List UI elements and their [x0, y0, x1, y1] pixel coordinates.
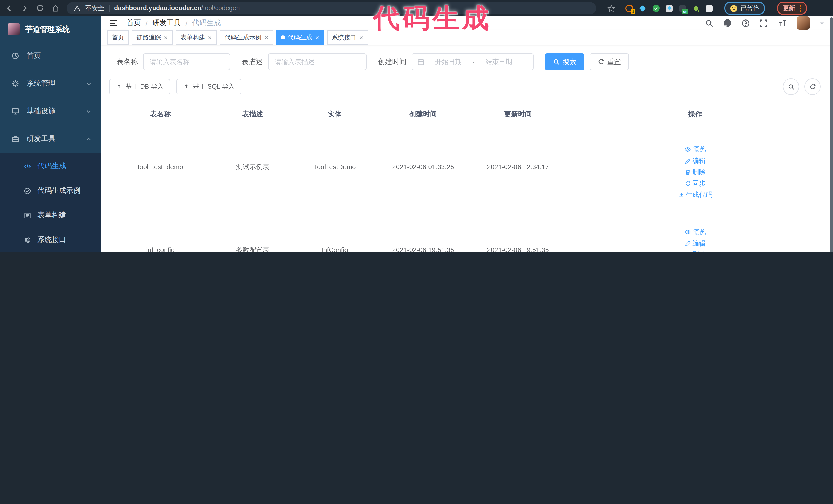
close-icon[interactable]	[315, 35, 319, 40]
sidebar-item-infrastructure[interactable]: 基础设施	[0, 97, 101, 125]
reset-button[interactable]: 重置	[590, 53, 629, 70]
back-icon[interactable]	[5, 4, 13, 12]
close-icon[interactable]	[359, 35, 363, 40]
breadcrumb: 首页 / 研发工具 / 代码生成	[127, 19, 221, 28]
breadcrumb-dev-tools: 研发工具	[152, 19, 181, 28]
url-host: dashboard.yudao.iocoder.cn	[114, 5, 201, 12]
table-header-row: 表名称 表描述 实体 创建时间 更新时间 操作	[109, 103, 825, 126]
profile-paused-badge[interactable]: 已暂停	[724, 2, 765, 15]
not-secure-warning-icon	[74, 5, 80, 11]
tab-tracing[interactable]: 链路追踪	[132, 30, 173, 45]
tab-codegen[interactable]: 代码生成	[276, 30, 324, 45]
extension-icon-6[interactable]	[692, 4, 700, 12]
github-icon[interactable]	[723, 19, 732, 28]
sidebar-item-label: 代码生成示例	[38, 186, 80, 195]
extension-icon-5[interactable]: on	[679, 4, 686, 12]
toggle-search-button[interactable]	[783, 78, 799, 95]
table-name-input[interactable]	[143, 53, 230, 70]
edit-link[interactable]: 编辑	[685, 238, 706, 249]
codegen-table: 表名称 表描述 实体 创建时间 更新时间 操作 tool_test_demo 测…	[109, 103, 825, 252]
screen: 不安全 dashboard.yudao.iocoder.cn/tool/code…	[0, 0, 833, 252]
import-sql-button[interactable]: 基于 SQL 导入	[176, 79, 241, 94]
start-date-input[interactable]	[428, 57, 470, 66]
sidebar-item-system-api[interactable]: 系统接口	[0, 227, 101, 252]
preview-link[interactable]: 预览	[684, 227, 706, 237]
end-date-input[interactable]	[478, 57, 520, 66]
download-icon	[678, 192, 684, 198]
cell-actions: 预览 编辑 删除 同步 生成代码	[565, 126, 825, 209]
search-icon	[553, 58, 560, 65]
app-logo-row[interactable]: 芋道管理系统	[0, 17, 101, 42]
refresh-table-button[interactable]	[804, 78, 821, 95]
sidebar-item-dev-tools[interactable]: 研发工具	[0, 125, 101, 153]
tab-codegen-example[interactable]: 代码生成示例	[220, 30, 273, 45]
avatar[interactable]	[796, 17, 810, 30]
create-time-label: 创建时间	[378, 57, 406, 66]
tab-label: 链路追踪	[136, 33, 161, 42]
url-path: /tool/codegen	[201, 5, 240, 12]
search-icon	[788, 83, 794, 90]
home-icon[interactable]	[51, 4, 60, 12]
table-row: inf_config 参数配置表 InfConfig 2021-02-06 19…	[109, 209, 825, 252]
import-db-label: 基于 DB 导入	[125, 82, 164, 91]
sidebar-item-codegen-example[interactable]: 代码生成示例	[0, 178, 101, 203]
annotation-title: 代码生成	[373, 1, 492, 37]
col-updated: 更新时间	[471, 103, 565, 126]
breadcrumb-separator: /	[146, 19, 148, 27]
sync-link[interactable]: 同步	[685, 178, 706, 188]
generate-code-link[interactable]: 生成代码	[678, 189, 712, 200]
close-icon[interactable]	[164, 35, 168, 40]
table-toolbar: 基于 DB 导入 基于 SQL 导入	[109, 78, 825, 95]
search-icon[interactable]	[705, 19, 714, 27]
extensions-cluster: 1 on	[625, 4, 713, 12]
extension-icon-4[interactable]	[665, 4, 673, 12]
tab-home[interactable]: 首页	[107, 30, 129, 45]
scrollbar[interactable]	[830, 17, 833, 252]
calendar-icon	[417, 58, 425, 65]
preview-link[interactable]: 预览	[684, 144, 706, 154]
page-content: 表名称 表描述 创建时间 -	[101, 45, 833, 252]
cell-table-desc: 参数配置表	[212, 209, 294, 252]
pencil-icon	[685, 240, 691, 247]
sidebar-item-system[interactable]: 系统管理	[0, 70, 101, 97]
extension-icon-2[interactable]	[639, 4, 646, 12]
extension-icon-1[interactable]: 1	[625, 4, 633, 12]
reload-icon[interactable]	[36, 4, 44, 12]
delete-link[interactable]: 删除	[685, 250, 706, 252]
search-button[interactable]: 搜索	[545, 53, 585, 70]
tab-system-api[interactable]: 系统接口	[327, 30, 368, 45]
extension-icon-7[interactable]	[705, 4, 713, 12]
breadcrumb-separator: /	[186, 19, 188, 27]
collapse-sidebar-icon[interactable]	[109, 19, 118, 28]
user-menu-caret-icon[interactable]	[819, 20, 825, 26]
breadcrumb-home[interactable]: 首页	[127, 19, 141, 28]
tab-form-builder[interactable]: 表单构建	[176, 30, 217, 45]
sidebar-item-home[interactable]: 首页	[0, 42, 101, 70]
close-icon[interactable]	[208, 35, 212, 40]
edit-link[interactable]: 编辑	[685, 155, 706, 166]
help-icon[interactable]	[741, 19, 750, 27]
date-range-picker[interactable]: -	[412, 53, 533, 70]
close-icon[interactable]	[264, 35, 269, 40]
bookmark-star-icon[interactable]	[608, 4, 615, 12]
forward-icon[interactable]	[21, 4, 29, 12]
app-title: 芋道管理系统	[25, 24, 70, 34]
import-db-button[interactable]: 基于 DB 导入	[109, 79, 170, 94]
extension-icon-3[interactable]	[652, 4, 660, 12]
main-area: 首页 / 研发工具 / 代码生成	[101, 17, 833, 252]
tab-label: 代码生成示例	[224, 33, 261, 42]
delete-link[interactable]: 删除	[685, 167, 706, 177]
table-desc-input[interactable]	[268, 53, 366, 70]
sidebar-item-form-builder[interactable]: 表单构建	[0, 203, 101, 227]
sidebar: 芋道管理系统 首页 系统管理 基础设	[0, 17, 101, 252]
update-button[interactable]: 更新	[777, 2, 807, 15]
fullscreen-icon[interactable]	[759, 19, 768, 27]
filter-form: 表名称 表描述 创建时间 -	[116, 53, 825, 70]
extension-on-badge: on	[682, 9, 688, 14]
sidebar-item-codegen[interactable]: 代码生成	[0, 154, 101, 178]
sliders-icon	[24, 236, 31, 244]
font-size-icon[interactable]	[777, 19, 787, 27]
tab-label: 系统接口	[332, 33, 356, 42]
browser-menu-icon	[800, 5, 801, 11]
address-bar[interactable]: 不安全 dashboard.yudao.iocoder.cn/tool/code…	[67, 2, 596, 14]
